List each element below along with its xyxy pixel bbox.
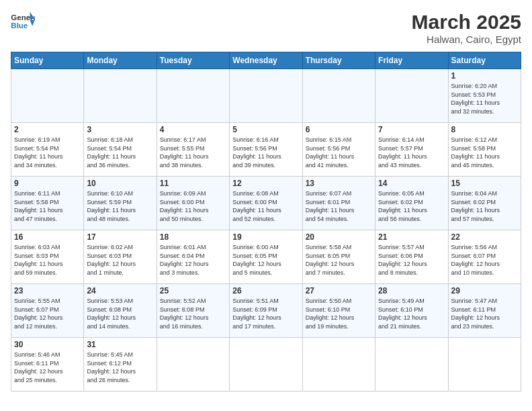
day-info: Sunrise: 5:46 AM Sunset: 6:11 PM Dayligh… — [14, 351, 81, 384]
day-info: Sunrise: 5:50 AM Sunset: 6:10 PM Dayligh… — [306, 297, 372, 330]
calendar-cell: 3Sunrise: 6:18 AM Sunset: 5:54 PM Daylig… — [84, 123, 157, 177]
day-number: 19 — [232, 232, 299, 242]
day-info: Sunrise: 5:45 AM Sunset: 6:12 PM Dayligh… — [87, 351, 153, 384]
day-number: 20 — [306, 232, 372, 242]
day-info: Sunrise: 6:03 AM Sunset: 6:03 PM Dayligh… — [14, 243, 81, 277]
day-info: Sunrise: 5:57 AM Sunset: 6:06 PM Dayligh… — [378, 243, 445, 277]
logo: General Blue — [11, 11, 35, 31]
svg-text:Blue: Blue — [11, 21, 28, 30]
header-day-monday: Monday — [84, 52, 157, 69]
calendar-cell: 25Sunrise: 5:52 AM Sunset: 6:08 PM Dayli… — [157, 284, 229, 338]
calendar-cell: 21Sunrise: 5:57 AM Sunset: 6:06 PM Dayli… — [375, 230, 448, 284]
day-number: 21 — [378, 232, 445, 242]
day-number: 14 — [378, 179, 445, 188]
calendar-cell — [230, 69, 302, 123]
day-info: Sunrise: 6:20 AM Sunset: 5:53 PM Dayligh… — [451, 82, 518, 116]
calendar-cell: 11Sunrise: 6:09 AM Sunset: 6:00 PM Dayli… — [157, 177, 229, 230]
day-info: Sunrise: 5:55 AM Sunset: 6:07 PM Dayligh… — [14, 297, 81, 330]
day-number: 29 — [451, 286, 518, 295]
calendar-cell — [84, 69, 157, 123]
day-info: Sunrise: 6:10 AM Sunset: 5:59 PM Dayligh… — [87, 189, 153, 223]
day-info: Sunrise: 6:12 AM Sunset: 5:58 PM Dayligh… — [451, 136, 518, 169]
day-info: Sunrise: 6:09 AM Sunset: 6:00 PM Dayligh… — [160, 189, 226, 223]
calendar-cell: 27Sunrise: 5:50 AM Sunset: 6:10 PM Dayli… — [302, 284, 375, 338]
calendar-cell: 17Sunrise: 6:02 AM Sunset: 6:03 PM Dayli… — [84, 230, 157, 284]
day-number: 28 — [378, 286, 445, 295]
day-number: 30 — [14, 340, 81, 349]
calendar-cell: 2Sunrise: 6:19 AM Sunset: 5:54 PM Daylig… — [11, 123, 84, 177]
calendar-cell: 30Sunrise: 5:46 AM Sunset: 6:11 PM Dayli… — [11, 338, 84, 392]
calendar-week-1: 1Sunrise: 6:20 AM Sunset: 5:53 PM Daylig… — [11, 69, 521, 123]
day-info: Sunrise: 6:01 AM Sunset: 6:04 PM Dayligh… — [160, 243, 226, 277]
day-number: 6 — [306, 125, 372, 134]
title-block: March 2025 Halwan, Cairo, Egypt — [412, 11, 521, 45]
header-row: SundayMondayTuesdayWednesdayThursdayFrid… — [11, 52, 521, 69]
day-info: Sunrise: 6:18 AM Sunset: 5:54 PM Dayligh… — [87, 136, 153, 169]
calendar-cell: 22Sunrise: 5:56 AM Sunset: 6:07 PM Dayli… — [448, 230, 521, 284]
day-info: Sunrise: 6:00 AM Sunset: 6:05 PM Dayligh… — [232, 243, 299, 277]
calendar-cell: 5Sunrise: 6:16 AM Sunset: 5:56 PM Daylig… — [230, 123, 302, 177]
calendar-cell: 18Sunrise: 6:01 AM Sunset: 6:04 PM Dayli… — [157, 230, 229, 284]
header-day-sunday: Sunday — [11, 52, 84, 69]
day-info: Sunrise: 6:08 AM Sunset: 6:00 PM Dayligh… — [232, 189, 299, 223]
calendar-cell: 31Sunrise: 5:45 AM Sunset: 6:12 PM Dayli… — [84, 338, 157, 392]
day-number: 13 — [306, 179, 372, 188]
day-number: 17 — [87, 232, 153, 242]
calendar-cell: 23Sunrise: 5:55 AM Sunset: 6:07 PM Dayli… — [11, 284, 84, 338]
calendar-cell — [302, 69, 375, 123]
day-info: Sunrise: 6:07 AM Sunset: 6:01 PM Dayligh… — [306, 189, 372, 223]
day-info: Sunrise: 5:47 AM Sunset: 6:11 PM Dayligh… — [451, 297, 518, 330]
calendar-cell: 19Sunrise: 6:00 AM Sunset: 6:05 PM Dayli… — [230, 230, 302, 284]
day-number: 24 — [87, 286, 153, 295]
day-number: 10 — [87, 179, 153, 188]
day-number: 11 — [160, 179, 226, 188]
day-info: Sunrise: 5:58 AM Sunset: 6:05 PM Dayligh… — [306, 243, 372, 277]
day-number: 18 — [160, 232, 226, 242]
calendar-cell: 26Sunrise: 5:51 AM Sunset: 6:09 PM Dayli… — [230, 284, 302, 338]
calendar-cell — [375, 69, 448, 123]
calendar-cell: 9Sunrise: 6:11 AM Sunset: 5:58 PM Daylig… — [11, 177, 84, 230]
day-info: Sunrise: 5:56 AM Sunset: 6:07 PM Dayligh… — [451, 243, 518, 277]
calendar-cell: 20Sunrise: 5:58 AM Sunset: 6:05 PM Dayli… — [302, 230, 375, 284]
day-number: 23 — [14, 286, 81, 295]
header-day-friday: Friday — [375, 52, 448, 69]
calendar-week-5: 23Sunrise: 5:55 AM Sunset: 6:07 PM Dayli… — [11, 284, 521, 338]
day-number: 5 — [232, 125, 299, 134]
calendar-cell: 10Sunrise: 6:10 AM Sunset: 5:59 PM Dayli… — [84, 177, 157, 230]
day-number: 9 — [14, 179, 81, 188]
calendar-table: SundayMondayTuesdayWednesdayThursdayFrid… — [11, 52, 521, 392]
day-info: Sunrise: 6:04 AM Sunset: 6:02 PM Dayligh… — [451, 189, 518, 223]
calendar-cell — [157, 338, 229, 392]
day-info: Sunrise: 5:53 AM Sunset: 6:08 PM Dayligh… — [87, 297, 153, 330]
day-info: Sunrise: 6:11 AM Sunset: 5:58 PM Dayligh… — [14, 189, 81, 223]
day-number: 22 — [451, 232, 518, 242]
day-number: 16 — [14, 232, 81, 242]
location: Halwan, Cairo, Egypt — [412, 34, 521, 45]
calendar-cell — [448, 338, 521, 392]
calendar-cell: 13Sunrise: 6:07 AM Sunset: 6:01 PM Dayli… — [302, 177, 375, 230]
day-info: Sunrise: 5:49 AM Sunset: 6:10 PM Dayligh… — [378, 297, 445, 330]
header-day-wednesday: Wednesday — [230, 52, 302, 69]
day-info: Sunrise: 5:52 AM Sunset: 6:08 PM Dayligh… — [160, 297, 226, 330]
day-number: 15 — [451, 179, 518, 188]
calendar-cell: 1Sunrise: 6:20 AM Sunset: 5:53 PM Daylig… — [448, 69, 521, 123]
day-info: Sunrise: 6:02 AM Sunset: 6:03 PM Dayligh… — [87, 243, 153, 277]
day-info: Sunrise: 6:05 AM Sunset: 6:02 PM Dayligh… — [378, 189, 445, 223]
calendar-cell: 29Sunrise: 5:47 AM Sunset: 6:11 PM Dayli… — [448, 284, 521, 338]
calendar-cell: 14Sunrise: 6:05 AM Sunset: 6:02 PM Dayli… — [375, 177, 448, 230]
day-number: 31 — [87, 340, 153, 349]
day-number: 26 — [232, 286, 299, 295]
logo-icon: General Blue — [11, 11, 35, 31]
month-year: March 2025 — [412, 11, 521, 34]
day-number: 27 — [306, 286, 372, 295]
calendar-cell: 28Sunrise: 5:49 AM Sunset: 6:10 PM Dayli… — [375, 284, 448, 338]
day-number: 25 — [160, 286, 226, 295]
calendar-header: SundayMondayTuesdayWednesdayThursdayFrid… — [11, 52, 521, 69]
header-day-saturday: Saturday — [448, 52, 521, 69]
calendar-cell: 24Sunrise: 5:53 AM Sunset: 6:08 PM Dayli… — [84, 284, 157, 338]
calendar-cell — [11, 69, 84, 123]
day-info: Sunrise: 6:19 AM Sunset: 5:54 PM Dayligh… — [14, 136, 81, 169]
day-info: Sunrise: 6:14 AM Sunset: 5:57 PM Dayligh… — [378, 136, 445, 169]
page-header: General Blue March 2025 Halwan, Cairo, E… — [11, 11, 521, 45]
calendar-cell: 15Sunrise: 6:04 AM Sunset: 6:02 PM Dayli… — [448, 177, 521, 230]
